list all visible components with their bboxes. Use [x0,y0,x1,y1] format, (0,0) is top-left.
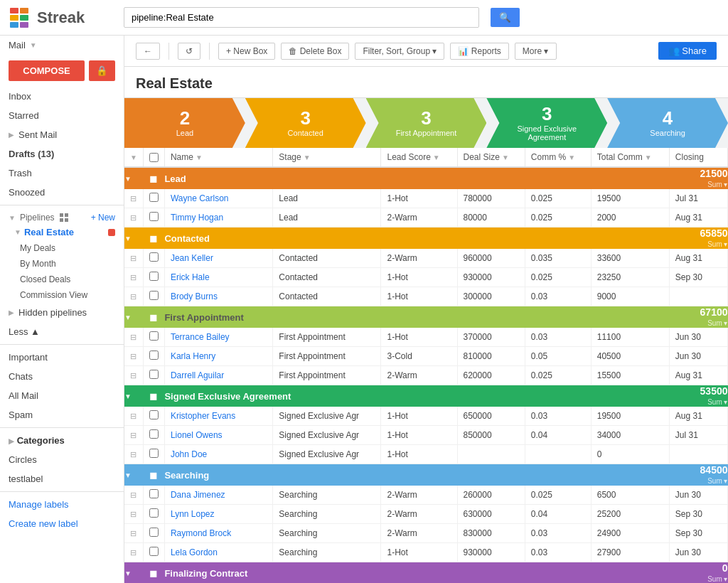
group-collapse-icon[interactable]: ▼ [124,392,132,400]
row-checkbox-cell[interactable] [143,328,164,347]
sidebar-item-create-label[interactable]: Create new label [0,514,124,533]
row-checkbox-cell[interactable] [143,426,164,445]
row-checkbox[interactable] [149,351,159,360]
group-collapse-icon[interactable]: ▼ [124,314,132,321]
group-collapse-icon[interactable]: ▼ [124,471,132,479]
row-checkbox-cell[interactable] [143,366,164,385]
table-row[interactable]: ⊟ Timmy Hogan Lead 2-Warm 80000 0.025 20… [124,208,728,228]
row-checkbox[interactable] [149,410,159,419]
row-checkbox[interactable] [149,331,159,341]
group-checkbox-icon[interactable]: ◼ [149,390,158,402]
group-checkbox-icon[interactable]: ◼ [149,311,158,323]
row-checkbox-cell[interactable] [143,189,164,208]
table-row[interactable]: ⊟ Brody Burns Contacted 1-Hot 300000 0.0… [124,287,728,306]
search-button[interactable]: 🔍 [491,8,520,27]
group-header-signed_exclusive[interactable]: ▼ ◼ Signed Exclusive Agreement 53500Sum … [124,385,728,407]
sidebar-sub-commission-view[interactable]: Commission View [0,287,124,303]
group-collapse-icon[interactable]: ▼ [124,235,132,242]
row-checkbox[interactable] [149,449,159,458]
sidebar-sub-by-month[interactable]: By Month [0,256,124,272]
table-row[interactable]: ⊟ Lela Gordon Searching 1-Hot 930000 0.0… [124,543,728,562]
pipeline-real-estate[interactable]: ▼ Real Estate [0,224,124,240]
table-row[interactable]: ⊟ Jean Keller Contacted 2-Warm 960000 0.… [124,249,728,268]
sidebar-item-circles[interactable]: Circles [0,450,124,469]
row-checkbox-cell[interactable] [143,486,164,505]
table-row[interactable]: ⊟ Lionel Owens Signed Exclusive Agr 1-Ho… [124,426,728,445]
row-checkbox-cell[interactable] [143,524,164,543]
row-checkbox-cell[interactable] [143,249,164,268]
compose-button[interactable]: COMPOSE [9,60,85,81]
group-header-contacted[interactable]: ▼ ◼ Contacted 65850Sum ▾ [124,228,728,250]
group-checkbox-icon[interactable]: ◼ [149,567,158,579]
sidebar-sub-closed-deals[interactable]: Closed Deals [0,272,124,287]
th-name[interactable]: Name ▼ [164,148,272,167]
stage-signed-exclusive[interactable]: 3 Signed Exclusive Agreement [486,98,607,148]
group-header-finalizing[interactable]: ▼ ◼ Finalizing Contract 0Sum ▾ [124,562,728,584]
table-row[interactable]: ⊟ Kristopher Evans Signed Exclusive Agr … [124,407,728,426]
row-checkbox[interactable] [149,272,159,281]
th-stage[interactable]: Stage ▼ [273,148,381,167]
lock-button[interactable]: 🔒 [89,60,115,81]
row-checkbox[interactable] [149,528,159,537]
sidebar-item-chats[interactable]: Chats [0,367,124,386]
row-checkbox[interactable] [149,212,159,221]
th-lead-score[interactable]: Lead Score ▼ [381,148,457,167]
sidebar-item-all-mail[interactable]: All Mail [0,386,124,405]
table-row[interactable]: ⊟ John Doe Signed Exclusive Agr 1-Hot 0 [124,445,728,464]
row-checkbox[interactable] [149,508,159,518]
more-button[interactable]: More ▾ [515,43,557,60]
sidebar-item-manage-labels[interactable]: Manage labels [0,495,124,514]
pipelines-section[interactable]: ▼ Pipelines + New [0,208,124,224]
reports-button[interactable]: 📊 Reports [450,43,508,60]
select-all-checkbox[interactable] [149,153,159,162]
stage-lead[interactable]: 2 Lead [124,98,245,148]
row-checkbox-cell[interactable] [143,208,164,228]
row-checkbox-cell[interactable] [143,287,164,306]
sidebar-item-spam[interactable]: Spam [0,405,124,424]
table-row[interactable]: ⊟ Erick Hale Contacted 1-Hot 930000 0.02… [124,268,728,287]
group-header-searching[interactable]: ▼ ◼ Searching 84500Sum ▾ [124,464,728,486]
row-checkbox-cell[interactable] [143,347,164,366]
group-header-first_appointment[interactable]: ▼ ◼ First Appointment 67100Sum ▾ [124,306,728,328]
row-checkbox[interactable] [149,429,159,439]
row-checkbox[interactable] [149,193,159,202]
sidebar-item-trash[interactable]: Trash [0,164,124,183]
search-input[interactable] [124,7,479,28]
table-row[interactable]: ⊟ Terrance Bailey First Appointment 1-Ho… [124,328,728,347]
group-checkbox-icon[interactable]: ◼ [149,173,158,184]
sidebar-item-starred[interactable]: Starred [0,106,124,125]
filter-button[interactable]: Filter, Sort, Group ▾ [355,43,444,60]
group-collapse-icon[interactable]: ▼ [124,569,132,577]
row-checkbox-cell[interactable] [143,445,164,464]
table-row[interactable]: ⊟ Dana Jimenez Searching 2-Warm 260000 0… [124,486,728,505]
th-comm-pct[interactable]: Comm % ▼ [525,148,591,167]
new-box-button[interactable]: + New Box [218,43,275,60]
table-row[interactable]: ⊟ Raymond Brock Searching 2-Warm 830000 … [124,524,728,543]
sidebar-item-hidden-pipelines[interactable]: ▶ Hidden pipelines [0,303,124,322]
share-button[interactable]: 👥 Share [658,42,717,60]
sidebar-item-testlabel[interactable]: testlabel [0,469,124,488]
sidebar-item-important[interactable]: Important [0,348,124,367]
table-row[interactable]: ⊟ Karla Henry First Appointment 3-Cold 8… [124,347,728,366]
stage-contacted[interactable]: 3 Contacted [245,98,366,148]
sidebar-item-drafts[interactable]: Drafts (13) [0,144,124,164]
table-row[interactable]: ⊟ Wayne Carlson Lead 1-Hot 780000 0.025 … [124,189,728,208]
row-checkbox[interactable] [149,547,159,556]
row-checkbox[interactable] [149,252,159,262]
sidebar-item-sent[interactable]: ▶ Sent Mail [0,125,124,144]
table-row[interactable]: ⊟ Lynn Lopez Searching 2-Warm 630000 0.0… [124,505,728,524]
group-header-lead[interactable]: ▼ ◼ Lead 21500Sum ▾ [124,167,728,189]
row-checkbox[interactable] [149,489,159,498]
group-collapse-icon[interactable]: ▼ [124,175,132,183]
row-checkbox[interactable] [149,370,159,379]
sidebar-item-less[interactable]: Less ▲ [0,322,124,341]
row-checkbox-cell[interactable] [143,505,164,524]
row-checkbox-cell[interactable] [143,268,164,287]
sidebar-item-snoozed[interactable]: Snoozed [0,183,124,202]
th-total-comm[interactable]: Total Comm ▼ [591,148,669,167]
delete-box-button[interactable]: 🗑 Delete Box [281,43,349,60]
sidebar-sub-my-deals[interactable]: My Deals [0,240,124,256]
row-checkbox-cell[interactable] [143,407,164,426]
table-row[interactable]: ⊟ Darrell Aguilar First Appointment 2-Wa… [124,366,728,385]
row-checkbox-cell[interactable] [143,543,164,562]
